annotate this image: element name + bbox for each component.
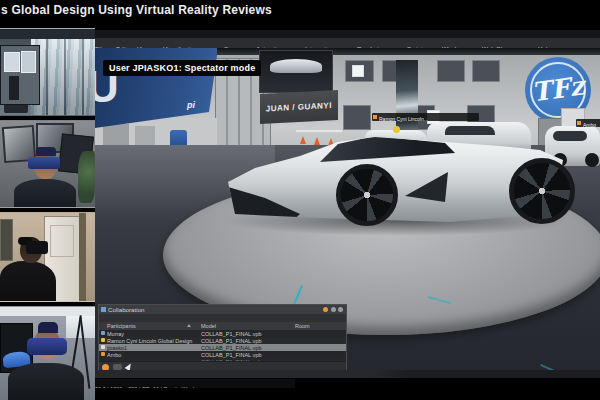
user-icon (577, 121, 581, 125)
user-icon (101, 338, 105, 342)
vr-headset (26, 241, 48, 254)
session-indicator-icon (323, 307, 328, 312)
user-icon (373, 115, 377, 119)
billboard-car-picture (259, 50, 333, 93)
collaboration-icon (101, 307, 106, 312)
participant-row[interactable]: Murray COLLAB_P1_FINAL.vpb (99, 330, 346, 337)
traffic-cone (300, 136, 306, 144)
render-status-bar: 30.2 | 1280 x 720 | RR: 16 | RenderWindo… (95, 379, 295, 388)
participant-row[interactable]: Ambo COLLAB_P1_FINAL.vpb (99, 351, 346, 358)
column-participants[interactable]: Participants (107, 323, 136, 329)
door-panel (50, 225, 74, 257)
office-ceiling (0, 29, 95, 39)
collaboration-title: Collaboration (108, 306, 145, 313)
webcam-feed-office (0, 28, 95, 116)
car-front-wheel (336, 164, 398, 226)
vr-headset-strap (38, 322, 58, 333)
render-status-text: 30.2 | 1280 x 720 | RR: 16 | RenderWindo… (95, 386, 201, 388)
office-plant (78, 151, 95, 203)
vr-headset (28, 157, 60, 169)
car-glass (445, 126, 495, 135)
inset-window (21, 51, 36, 73)
wall-window (437, 60, 465, 82)
participant-torso (8, 363, 84, 400)
inset-window (4, 52, 20, 72)
webcam-feed-black-headset-user (0, 212, 95, 302)
billboard-text: JUAN / GUANYI (266, 101, 332, 113)
wall-panel (103, 124, 129, 146)
billboard-nameplate: JUAN / GUANYI (260, 90, 338, 124)
participants-table-header[interactable]: Participants Model Room (99, 322, 346, 330)
vr-headset (27, 338, 67, 355)
picture-in-picture-inset (0, 45, 40, 105)
wall-window (343, 105, 371, 130)
scene-nametag-left: Ramon Cyni Lincoln... (372, 113, 479, 121)
vr-headset-strap (36, 147, 56, 156)
user-icon (101, 345, 105, 349)
nametag-text: Ramon Cyni Lincoln... (379, 117, 428, 121)
lit-window-pane (352, 65, 364, 77)
user-icon (101, 352, 105, 356)
webcam-feed-demo-station (0, 306, 95, 400)
viewport-bottom-strip (95, 370, 600, 378)
column-room[interactable]: Room (295, 323, 310, 329)
yellow-marker (393, 126, 400, 133)
door-jamb (79, 213, 86, 301)
nametag-text: Ambo (583, 123, 596, 127)
webcam-feed-blue-headset-user (0, 120, 95, 208)
billboard-car-silhouette (270, 59, 322, 73)
car-wheel (585, 153, 599, 167)
scene-nametag-right: Ambo (576, 119, 600, 127)
car-side-intake (405, 172, 450, 202)
participant-row[interactable]: Ramon Cyni Lincoln Global Design COLLAB_… (99, 337, 346, 344)
video-player[interactable]: s Global Design Using Virtual Reality Re… (0, 0, 600, 400)
close-icon[interactable] (338, 307, 343, 312)
wall-panel (135, 126, 155, 146)
wall-window (472, 60, 500, 82)
video-title: s Global Design Using Virtual Reality Re… (1, 3, 272, 17)
sort-caret-icon (187, 324, 191, 327)
column-model[interactable]: Model (201, 323, 216, 329)
collaboration-panel[interactable]: Collaboration File Participants Model Ro… (98, 304, 347, 373)
traffic-cone (314, 137, 320, 145)
wall-art (0, 219, 13, 261)
collaboration-titlebar[interactable]: Collaboration (99, 305, 346, 314)
participant-row-selected[interactable]: jpiasko1 COLLAB_P1_FINAL.vpb (99, 344, 346, 351)
participant-torso (14, 179, 76, 207)
inset-figure (9, 76, 19, 100)
banner-sublogo: pi (187, 100, 195, 110)
vred-window-titlebar[interactable]: C:/Users/jbecht/Desktop/COLLAB_P1_FINAL.… (95, 30, 600, 38)
user-icon (101, 331, 105, 335)
car-glass (553, 131, 587, 141)
participant-torso (0, 261, 56, 301)
minimize-icon[interactable] (331, 307, 336, 312)
car-rear-wheel (509, 158, 575, 224)
spectator-mode-overlay: User JPIASKO1: Spectator mode (103, 60, 261, 76)
